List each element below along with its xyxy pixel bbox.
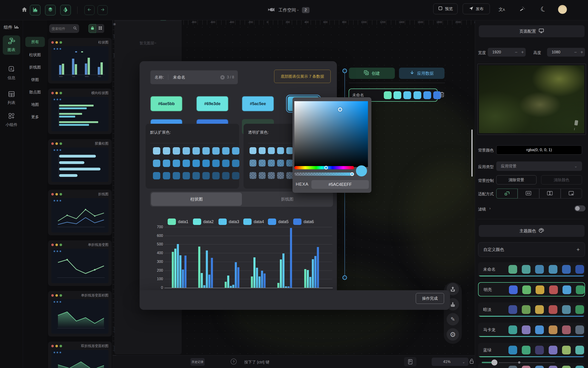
extension-swatch[interactable] xyxy=(202,147,210,155)
zoom-slider[interactable] xyxy=(482,359,555,366)
bar[interactable] xyxy=(263,274,266,288)
sidebar-item-table[interactable]: 列表 xyxy=(3,89,20,108)
clear-name-icon[interactable]: ✕ xyxy=(220,75,225,80)
bar[interactable] xyxy=(235,262,237,288)
extension-swatch[interactable] xyxy=(232,147,239,155)
alpha-handle[interactable] xyxy=(350,172,354,176)
extension-swatch[interactable] xyxy=(286,160,293,166)
theme-row[interactable]: 未命名 xyxy=(478,262,585,276)
bar[interactable] xyxy=(206,250,208,288)
width-plus-button[interactable]: + xyxy=(519,50,526,55)
sidebar-item-charts[interactable]: 图表 xyxy=(3,36,20,55)
bar[interactable] xyxy=(208,275,210,288)
zoom-level-select[interactable]: 41% ⌄ xyxy=(432,358,468,366)
name-field[interactable]: 名称: 未命名 ✕ 3 / 8 xyxy=(150,70,238,84)
bar[interactable] xyxy=(198,247,200,288)
dark-mode-moon-icon[interactable]: ☾ xyxy=(539,4,548,14)
bar[interactable] xyxy=(261,271,263,288)
bottom-chart-notice-button[interactable]: 底部图表仅展示 7 条数据 xyxy=(274,70,331,83)
bar[interactable] xyxy=(312,259,314,288)
home-icon[interactable] xyxy=(21,6,27,14)
component-card[interactable]: 折线图 xyxy=(48,190,112,235)
apply-data-button[interactable]: 应用数据 xyxy=(399,68,444,79)
history-button[interactable]: 历史记录 xyxy=(190,358,205,366)
language-icon[interactable]: 文A xyxy=(498,6,505,12)
extension-swatch[interactable] xyxy=(212,147,220,155)
clear-bg-button[interactable]: 清除背景 xyxy=(496,175,536,184)
bar[interactable] xyxy=(314,256,317,288)
extension-swatch[interactable] xyxy=(183,160,190,167)
category-more[interactable]: 更多 xyxy=(25,112,45,122)
bar[interactable] xyxy=(237,267,239,288)
extension-swatch[interactable] xyxy=(153,160,160,167)
bar[interactable] xyxy=(203,285,205,288)
extension-swatch[interactable] xyxy=(173,147,180,155)
bar[interactable] xyxy=(182,270,184,288)
grid-view-button[interactable] xyxy=(96,24,104,33)
help-icon[interactable]: ? xyxy=(231,359,237,365)
width-input[interactable]: 1920 − + xyxy=(488,48,526,56)
legend-item[interactable]: data4 xyxy=(243,219,264,225)
hue-handle[interactable] xyxy=(324,166,328,169)
extension-swatch[interactable] xyxy=(277,147,284,154)
bar[interactable] xyxy=(179,255,181,288)
extension-swatch[interactable] xyxy=(192,147,200,155)
extension-swatch[interactable] xyxy=(268,147,275,154)
bar[interactable] xyxy=(174,249,176,288)
bar[interactable] xyxy=(253,257,255,288)
extension-swatch[interactable] xyxy=(202,172,210,179)
tab-line-chart[interactable]: 折线图 xyxy=(242,193,332,206)
edit-button[interactable]: ✎ xyxy=(447,313,459,325)
undo-button[interactable] xyxy=(84,5,94,15)
legend-item[interactable]: data2 xyxy=(193,219,214,225)
bar[interactable] xyxy=(177,244,179,288)
chart-mode-button[interactable] xyxy=(30,5,40,15)
search-input[interactable] xyxy=(52,27,72,31)
theme-row[interactable]: 暗淡 xyxy=(478,303,585,317)
bar[interactable] xyxy=(251,276,253,288)
extension-swatch[interactable] xyxy=(250,147,256,154)
custom-color-row[interactable]: 自定义颜色 + xyxy=(478,242,585,257)
bar[interactable] xyxy=(309,277,311,288)
theme-row[interactable]: 蓝绿 xyxy=(478,343,585,357)
add-custom-color-icon[interactable]: + xyxy=(577,246,580,253)
selection-handle-bottom[interactable] xyxy=(342,275,347,280)
extension-swatch[interactable] xyxy=(222,147,229,155)
theme-row[interactable]: 马卡龙 xyxy=(478,323,585,337)
category-map[interactable]: 地图 xyxy=(25,99,45,110)
bar[interactable] xyxy=(288,286,289,288)
bar[interactable] xyxy=(307,270,309,288)
selection-handle-top[interactable] xyxy=(342,69,347,73)
extension-swatch[interactable] xyxy=(222,172,229,179)
bar[interactable] xyxy=(227,276,229,288)
layers-thumbnail-view-button[interactable] xyxy=(160,20,167,20)
component-card[interactable]: 单折线渐变图 xyxy=(48,240,112,286)
color-chip[interactable]: #6ae5bb xyxy=(150,96,182,111)
extension-swatch[interactable] xyxy=(163,160,170,167)
bar[interactable] xyxy=(172,252,174,288)
saturation-handle[interactable] xyxy=(338,107,342,111)
color-chip[interactable]: #69e3de xyxy=(196,96,228,111)
extension-swatch[interactable] xyxy=(212,172,220,179)
layers-list-view-button[interactable] xyxy=(169,20,176,20)
component-card[interactable]: 胶囊柱图 xyxy=(48,139,112,185)
extension-swatch[interactable] xyxy=(222,160,229,167)
trash-icon[interactable] xyxy=(439,92,445,98)
extension-swatch[interactable] xyxy=(250,172,256,179)
bar[interactable] xyxy=(256,268,258,288)
bar[interactable] xyxy=(258,276,261,288)
tab-bar-chart[interactable]: 柱状图 xyxy=(151,193,242,206)
category-line[interactable]: 折线图 xyxy=(25,62,45,72)
sidebar-item-info[interactable]: A 信息 xyxy=(3,64,20,83)
bar[interactable] xyxy=(304,269,306,288)
filter-chevron-icon[interactable]: › xyxy=(489,206,491,211)
extension-swatch[interactable] xyxy=(192,160,200,167)
fit-scale-button[interactable] xyxy=(496,189,518,199)
bg-color-value-field[interactable]: rgba(0, 0, 0, 1) xyxy=(496,145,582,155)
category-scatter[interactable]: 散点图 xyxy=(25,87,45,97)
legend-item[interactable]: data3 xyxy=(218,219,239,225)
bar[interactable] xyxy=(201,273,203,288)
saturation-area[interactable] xyxy=(294,101,368,167)
extension-swatch[interactable] xyxy=(202,160,210,167)
extension-swatch[interactable] xyxy=(250,160,256,166)
